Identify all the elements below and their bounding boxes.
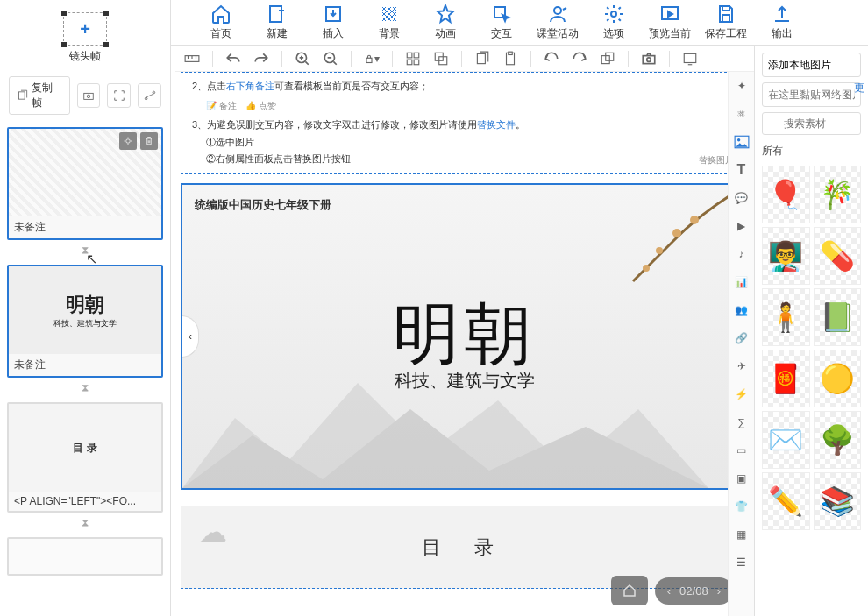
thumb-settings-icon[interactable] — [119, 132, 137, 150]
tshirt-icon[interactable]: 👕 — [733, 498, 751, 515]
asset-balloon[interactable]: 🎈 — [762, 166, 810, 223]
right-panel: 更 所有 🎈 🎋 👨‍🏫 💊 🧍 📗 🧧 🟡 ✉️ 🌳 ✏️ 📚 — [754, 46, 868, 616]
asset-books[interactable]: 📗 — [814, 288, 862, 346]
paste-url-input[interactable] — [762, 82, 861, 107]
svg-rect-2 — [382, 7, 396, 21]
thumb-1[interactable]: 未备注 — [7, 127, 163, 240]
image-tool-icon[interactable] — [733, 133, 751, 151]
camera-icon[interactable] — [641, 51, 657, 67]
scan-icon — [113, 89, 125, 102]
lock-icon[interactable]: ▾ — [364, 51, 380, 67]
music-icon[interactable]: ♪ — [733, 245, 751, 263]
formula-icon[interactable]: ∑ — [733, 414, 751, 431]
scan-button[interactable] — [107, 83, 131, 108]
path-button[interactable] — [138, 83, 161, 108]
copy-frame-button[interactable]: 复制帧 — [9, 76, 70, 115]
thumb-delete-icon[interactable] — [140, 132, 158, 150]
people-icon[interactable]: 👥 — [733, 301, 751, 319]
note-link[interactable]: 右下角备注 — [226, 81, 274, 91]
animation-button[interactable]: 动画 — [417, 0, 473, 46]
grid-icon[interactable] — [405, 51, 421, 67]
thumb-3[interactable]: 目 录 <P ALIGN="LEFT"><FO... — [7, 402, 163, 513]
slide-subtitle: 科技、建筑与文学 — [395, 369, 535, 393]
new-button[interactable]: 新建 — [249, 0, 305, 46]
atom-icon[interactable]: ⚛ — [733, 105, 751, 123]
preview-button[interactable]: 预览当前 — [642, 0, 698, 46]
save-button[interactable]: 保存工程 — [698, 0, 754, 46]
save-label: 保存工程 — [705, 26, 747, 41]
asset-teacher[interactable]: 👨‍🏫 — [762, 227, 810, 285]
export-button[interactable]: 输出 — [754, 0, 810, 46]
flash-icon[interactable]: ⚡ — [733, 386, 751, 403]
background-button[interactable]: 背景 — [361, 0, 417, 46]
insert-button[interactable]: 插入 — [305, 0, 361, 46]
interaction-button[interactable]: 交互 — [473, 0, 530, 46]
send-icon[interactable]: ✈ — [733, 358, 751, 375]
menu-icon[interactable]: ☰ — [733, 554, 751, 571]
chat-icon[interactable]: 💬 — [733, 189, 751, 207]
frame-icon[interactable]: ▣ — [733, 470, 751, 487]
thumb-4[interactable] — [7, 537, 163, 576]
copy-icon[interactable] — [474, 51, 490, 67]
lens-frame-add[interactable]: + 镜头帧 — [0, 12, 170, 64]
text-tool-icon[interactable]: T — [733, 161, 751, 179]
home-button[interactable]: 首页 — [193, 0, 249, 46]
undo2-icon[interactable] — [544, 51, 559, 67]
search-assets-input[interactable] — [762, 112, 861, 135]
table-icon[interactable]: ▦ — [733, 526, 751, 543]
link-icon[interactable]: 🔗 — [733, 329, 751, 347]
asset-pencil[interactable]: ✏️ — [762, 472, 810, 530]
camera-small-button[interactable] — [77, 83, 101, 108]
asset-shape[interactable]: 🟡 — [814, 350, 862, 407]
asset-tube[interactable]: 💊 — [814, 227, 862, 285]
video-icon[interactable]: ▶ — [733, 217, 751, 235]
interaction-label: 交互 — [491, 26, 512, 41]
preview-icon — [659, 4, 680, 25]
asset-person[interactable]: 🧍 — [762, 288, 810, 346]
instruction-box[interactable]: 2、点击右下角备注可查看模板当前页是否有交互内容； 📝 备注 👍 点赞 3、为避… — [181, 72, 749, 174]
asset-mail[interactable]: ✉️ — [762, 411, 810, 469]
undo-icon[interactable] — [225, 51, 241, 67]
asset-knot[interactable]: 🧧 — [762, 350, 810, 407]
add-local-image-input[interactable] — [762, 53, 861, 77]
svg-point-36 — [690, 216, 699, 224]
zoom-in-icon[interactable] — [295, 51, 310, 67]
paste-icon[interactable] — [502, 51, 518, 67]
instruction-sub-2: ②右侧属性面板点击替换图片按钮 — [206, 151, 737, 168]
svg-rect-27 — [684, 53, 696, 62]
more-link[interactable]: 更 — [854, 81, 864, 96]
ruler-icon[interactable] — [184, 51, 200, 67]
duplicate-icon[interactable] — [600, 51, 615, 67]
pager-home-button[interactable] — [611, 576, 648, 605]
classroom-button[interactable]: 课堂活动 — [530, 0, 586, 46]
like-icon: 👍 点赞 — [245, 98, 276, 114]
person-icon — [547, 4, 568, 25]
new-label: 新建 — [267, 26, 288, 41]
shape-icon[interactable]: ▭ — [733, 442, 751, 459]
pager-next-icon[interactable]: › — [717, 584, 721, 598]
replace-link[interactable]: 替换文件 — [477, 119, 516, 130]
options-button[interactable]: 选项 — [586, 0, 642, 46]
redo2-icon[interactable] — [572, 51, 587, 67]
asset-stack[interactable]: 📚 — [814, 472, 862, 530]
asset-bamboo[interactable]: 🎋 — [814, 166, 862, 223]
pointer-icon[interactable]: ✦ — [733, 77, 751, 95]
thumb-2-label: 未备注 — [9, 354, 161, 376]
pager-prev-icon[interactable]: ‹ — [667, 584, 671, 598]
asset-tree[interactable]: 🌳 — [814, 411, 862, 469]
chart-icon[interactable]: 📊 — [733, 273, 751, 291]
export-label: 输出 — [772, 26, 793, 41]
redo-icon[interactable] — [253, 51, 269, 67]
thumb-2-sub: 科技、建筑与文学 — [53, 318, 117, 329]
main-slide[interactable]: 统编版中国历史七年级下册 明朝 科技、建筑与文学 ‹ › — [181, 183, 749, 490]
all-label[interactable]: 所有 — [762, 144, 861, 159]
insert-icon — [323, 4, 344, 25]
options-label: 选项 — [603, 26, 624, 41]
thumb-2[interactable]: 明朝 科技、建筑与文学 未备注 — [7, 265, 163, 378]
zoom-out-icon[interactable] — [323, 51, 338, 67]
layer-icon[interactable] — [433, 51, 449, 67]
classroom-label: 课堂活动 — [537, 26, 579, 41]
star-icon — [435, 4, 456, 25]
screen-icon[interactable] — [682, 51, 698, 67]
thumb-1-label: 未备注 — [9, 216, 161, 238]
